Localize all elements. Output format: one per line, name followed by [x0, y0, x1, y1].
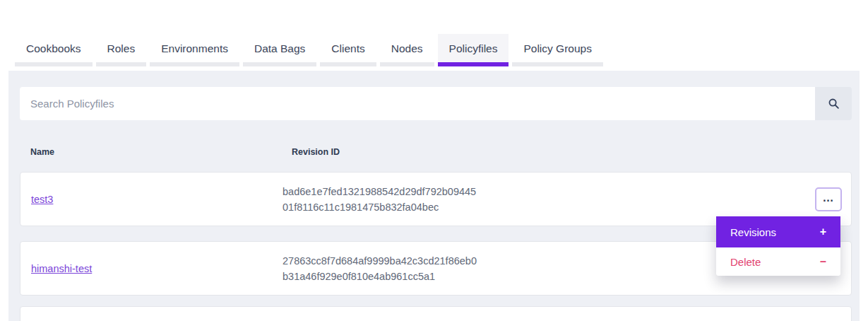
search-bar — [20, 87, 852, 120]
row-actions-menu-button[interactable]: … — [815, 187, 842, 211]
menu-item-label: Revisions — [730, 226, 776, 238]
minus-icon: – — [820, 255, 826, 268]
plus-icon: + — [820, 226, 826, 238]
revision-id-cell: bad6e1e7fed1321988542d29df792b09445 01f8… — [283, 184, 476, 215]
revision-id-line: bad6e1e7fed1321988542d29df792b09445 — [283, 184, 476, 199]
column-header-revision-id: Revision ID — [292, 147, 340, 157]
tab-policy-groups[interactable]: Policy Groups — [512, 34, 602, 66]
table-header: Name Revision ID — [8, 147, 860, 160]
tab-cookbooks[interactable]: Cookbooks — [15, 34, 93, 66]
tab-clients[interactable]: Clients — [320, 34, 376, 66]
column-header-name: Name — [30, 147, 54, 157]
policyfiles-panel: Name Revision ID test3 bad6e1e7fed132198… — [8, 71, 860, 321]
menu-item-revisions[interactable]: Revisions + — [716, 216, 840, 247]
revision-id-line: 27863cc8f7d684af9999ba42c3cd21f86eb0 — [283, 253, 477, 269]
row-context-menu: Revisions + Delete – — [716, 216, 840, 276]
search-icon — [828, 98, 840, 110]
search-input[interactable] — [20, 87, 815, 120]
menu-item-label: Delete — [730, 256, 761, 268]
tab-policyfiles[interactable]: Policyfiles — [438, 34, 509, 66]
policyfile-link-test3[interactable]: test3 — [31, 194, 53, 205]
search-button[interactable] — [815, 87, 852, 120]
revision-id-cell: 27863cc8f7d684af9999ba42c3cd21f86eb0 b31… — [283, 253, 477, 284]
table-row-partial — [20, 306, 852, 321]
revision-id-line: b31a46f929e0f810e4ab961cc5a1 — [283, 269, 477, 284]
tab-environments[interactable]: Environments — [150, 34, 239, 66]
name-cell: test3 — [20, 193, 283, 206]
menu-item-delete[interactable]: Delete – — [716, 247, 840, 276]
name-cell: himanshi-test — [20, 262, 283, 275]
tab-roles[interactable]: Roles — [96, 34, 147, 66]
revision-id-line: 01f8116c11c1981475b832fa04bec — [283, 199, 476, 215]
tab-nodes[interactable]: Nodes — [380, 34, 434, 66]
tab-bar: Cookbooks Roles Environments Data Bags C… — [15, 34, 607, 66]
tab-data-bags[interactable]: Data Bags — [243, 34, 316, 66]
policyfile-link-himanshi-test[interactable]: himanshi-test — [31, 263, 92, 274]
